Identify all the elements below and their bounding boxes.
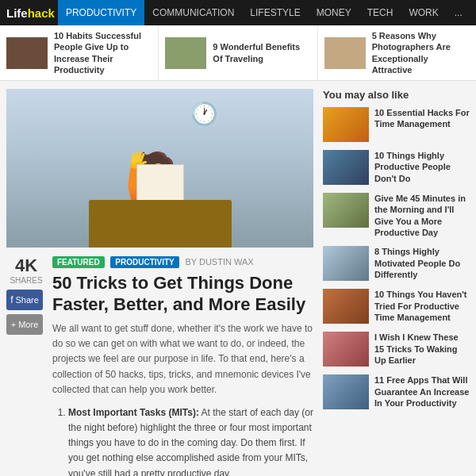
tag-featured: FEATURED [52, 256, 105, 268]
sidebar-thumb-7 [323, 374, 369, 409]
sidebar-title: You may also like [323, 89, 470, 101]
article-intro: We all want to get stuff done, whether i… [52, 321, 313, 397]
nav-items: PRODUCTIVITY COMMUNICATION LIFESTYLE MON… [58, 0, 470, 25]
sidebar-item-title-6: I Wish I Knew These 15 Tricks To Waking … [374, 332, 470, 366]
sidebar-item-title-4: 8 Things Highly Motivated People Do Diff… [374, 246, 470, 280]
featured-article-thumb-3 [324, 37, 366, 69]
article-tags-row: FEATURED PRODUCTIVITY BY DUSTIN WAX [52, 255, 313, 268]
sidebar-item-7[interactable]: 11 Free Apps That Will Guarantee An Incr… [323, 374, 470, 409]
more-share-label: + More [11, 320, 39, 329]
tag-productivity: PRODUCTIVITY [110, 256, 178, 268]
nav-item-more[interactable]: ... [447, 0, 470, 25]
site-logo[interactable]: Lifehack [6, 6, 55, 20]
list-item-strong: Most Important Tasks (MITs): [68, 407, 199, 418]
featured-article-3[interactable]: 5 Reasons Why Photographers Are Exceptio… [318, 25, 476, 80]
nav-item-communication[interactable]: COMMUNICATION [144, 0, 242, 25]
featured-article-2[interactable]: 9 Wonderful Benefits Of Traveling [159, 25, 317, 80]
hero-papers [136, 164, 184, 204]
user-icon[interactable]: 👤 [470, 6, 476, 19]
nav-item-money[interactable]: MONEY [309, 0, 359, 25]
sidebar-thumb-4 [323, 246, 369, 281]
share-column: 4K SHARES f Share + More [6, 255, 46, 476]
article-title: 50 Tricks to Get Things Done Faster, Bet… [52, 273, 313, 315]
nav-item-tech[interactable]: TECH [359, 0, 401, 25]
featured-article-title-3: 5 Reasons Why Photographers Are Exceptio… [372, 30, 470, 75]
sidebar-thumb-2 [323, 150, 369, 185]
sidebar-thumb-3 [323, 193, 369, 228]
share-label: SHARES [6, 276, 46, 285]
sidebar-item-4[interactable]: 8 Things Highly Motivated People Do Diff… [323, 246, 470, 281]
featured-article-1[interactable]: 10 Habits Successful People Give Up to I… [0, 25, 159, 80]
nav-item-lifestyle[interactable]: LIFESTYLE [242, 0, 308, 25]
hero-desk [89, 200, 232, 248]
featured-article-title-1: 10 Habits Successful People Give Up to I… [54, 30, 152, 75]
share-count: 4K [6, 255, 46, 276]
hero-image: 🕐 🙋 [6, 89, 313, 248]
featured-article-thumb-1 [6, 37, 48, 69]
share-button-label: Share [15, 295, 38, 305]
sidebar-item-title-5: 10 Things You Haven't Tried For Producti… [374, 289, 470, 323]
sidebar-item-1[interactable]: 10 Essential Hacks For Time Management [323, 107, 470, 142]
sidebar-item-2[interactable]: 10 Things Highly Productive People Don't… [323, 150, 470, 185]
sidebar-item-3[interactable]: Give Me 45 Minutes in the Morning and I'… [323, 193, 470, 238]
main-layout: 🕐 🙋 4K SHARES f Share + More [0, 81, 476, 476]
article-byline: BY DUSTIN WAX [185, 257, 253, 267]
sidebar-item-title-1: 10 Essential Hacks For Time Management [374, 107, 470, 130]
nav-item-productivity[interactable]: PRODUCTIVITY [58, 0, 144, 25]
list-item: Most Important Tasks (MITs): At the star… [68, 405, 313, 476]
featured-articles-row: 10 Habits Successful People Give Up to I… [0, 25, 476, 81]
navbar: Lifehack PRODUCTIVITY COMMUNICATION LIFE… [0, 0, 476, 25]
article-with-share: 4K SHARES f Share + More FEATURED PRODUC… [6, 255, 313, 476]
facebook-icon: f [10, 294, 13, 305]
nav-item-work[interactable]: WORK [401, 0, 446, 25]
facebook-share-button[interactable]: f Share [6, 290, 43, 310]
sidebar: You may also like 10 Essential Hacks For… [323, 89, 470, 476]
hero-scene: 🕐 🙋 [6, 89, 313, 248]
sidebar-thumb-6 [323, 332, 369, 367]
sidebar-item-6[interactable]: I Wish I Knew These 15 Tricks To Waking … [323, 332, 470, 367]
sidebar-item-5[interactable]: 10 Things You Haven't Tried For Producti… [323, 289, 470, 324]
sidebar-item-title-2: 10 Things Highly Productive People Don't… [374, 150, 470, 184]
sidebar-item-title-3: Give Me 45 Minutes in the Morning and I'… [374, 193, 470, 238]
article-list: Most Important Tasks (MITs): At the star… [52, 405, 313, 476]
article-body: FEATURED PRODUCTIVITY BY DUSTIN WAX 50 T… [52, 255, 313, 476]
featured-article-thumb-2 [165, 37, 206, 69]
more-share-button[interactable]: + More [6, 314, 43, 335]
content-area: 🕐 🙋 4K SHARES f Share + More [6, 89, 313, 476]
sidebar-thumb-5 [323, 289, 369, 324]
hero-clock-icon: 🕐 [190, 101, 218, 127]
featured-article-title-2: 9 Wonderful Benefits Of Traveling [213, 41, 310, 64]
sidebar-thumb-1 [323, 107, 369, 142]
sidebar-item-title-7: 11 Free Apps That Will Guarantee An Incr… [374, 374, 470, 409]
